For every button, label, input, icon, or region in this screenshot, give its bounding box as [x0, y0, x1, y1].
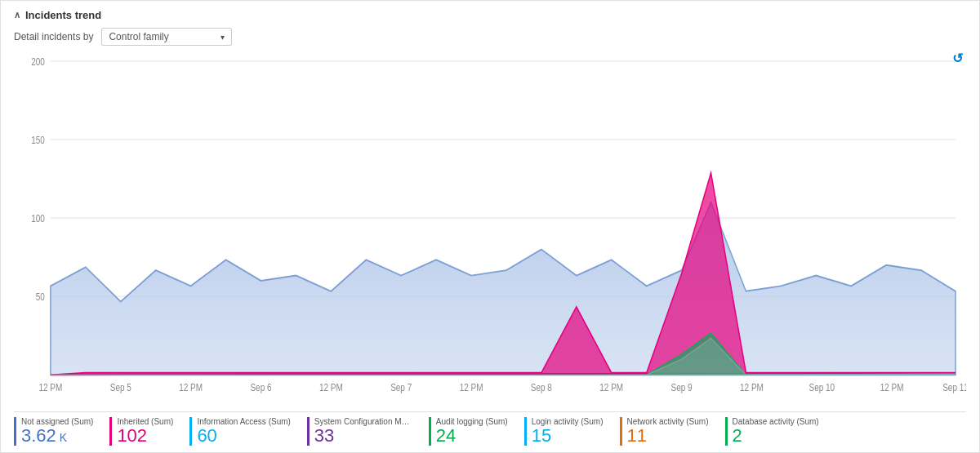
legend-value: 3.62 K [21, 426, 93, 446]
legend-area: Not assigned (Sum)3.62 KInherited (Sum)1… [14, 411, 966, 446]
legend-value: 15 [532, 426, 604, 446]
legend-value: 24 [436, 426, 508, 446]
svg-text:Sep 6: Sep 6 [250, 381, 271, 392]
svg-text:12 PM: 12 PM [39, 381, 63, 392]
legend-item: Information Access (Sum)60 [189, 417, 300, 446]
dropdown-arrow-icon: ▾ [220, 33, 225, 42]
svg-text:100: 100 [31, 213, 45, 224]
legend-value: 60 [197, 426, 290, 446]
svg-text:Sep 11: Sep 11 [942, 381, 966, 392]
svg-text:200: 200 [31, 56, 45, 67]
svg-text:50: 50 [36, 291, 45, 302]
detail-label: Detail incidents by [14, 31, 93, 42]
chart-area: ↺ 200 150 100 50 [14, 51, 966, 408]
dropdown-value: Control family [109, 31, 168, 42]
svg-text:Sep 8: Sep 8 [531, 381, 552, 392]
svg-text:12 PM: 12 PM [319, 381, 343, 392]
widget-title: Incidents trend [25, 9, 101, 21]
svg-text:12 PM: 12 PM [599, 381, 623, 392]
controls-row: Detail incidents by Control family ▾ [14, 28, 966, 46]
svg-text:Sep 10: Sep 10 [809, 381, 835, 392]
legend-item: Audit logging (Sum)24 [429, 417, 518, 446]
control-family-dropdown[interactable]: Control family ▾ [101, 28, 232, 46]
legend-value: 102 [117, 426, 173, 446]
legend-label: Database activity (Sum) [733, 417, 819, 426]
collapse-icon[interactable]: ∧ [14, 10, 20, 20]
svg-text:12 PM: 12 PM [880, 381, 904, 392]
legend-value: 11 [627, 426, 709, 446]
legend-value: 2 [733, 426, 819, 446]
svg-text:Sep 7: Sep 7 [390, 381, 412, 392]
svg-text:12 PM: 12 PM [740, 381, 764, 392]
svg-text:150: 150 [31, 135, 45, 145]
legend-item: Network activity (Sum)11 [620, 417, 719, 446]
widget-header: ∧ Incidents trend [14, 9, 966, 21]
reset-button[interactable]: ↺ [952, 51, 963, 66]
not-assigned-area [51, 202, 956, 375]
legend-item: Not assigned (Sum)3.62 K [14, 417, 103, 446]
legend-item: Login activity (Sum)15 [524, 417, 613, 446]
legend-value: 33 [314, 426, 412, 446]
legend-item: Database activity (Sum)2 [725, 417, 829, 446]
svg-text:Sep 5: Sep 5 [110, 381, 131, 392]
svg-text:12 PM: 12 PM [179, 381, 203, 392]
svg-text:Sep 9: Sep 9 [671, 381, 693, 392]
incidents-trend-widget: ∧ Incidents trend Detail incidents by Co… [0, 0, 980, 453]
legend-item: Inherited (Sum)102 [109, 417, 183, 446]
svg-text:12 PM: 12 PM [460, 381, 483, 392]
chart-svg: 200 150 100 50 12 [14, 51, 966, 406]
legend-item: System Configuration Mo...33 [307, 417, 422, 446]
